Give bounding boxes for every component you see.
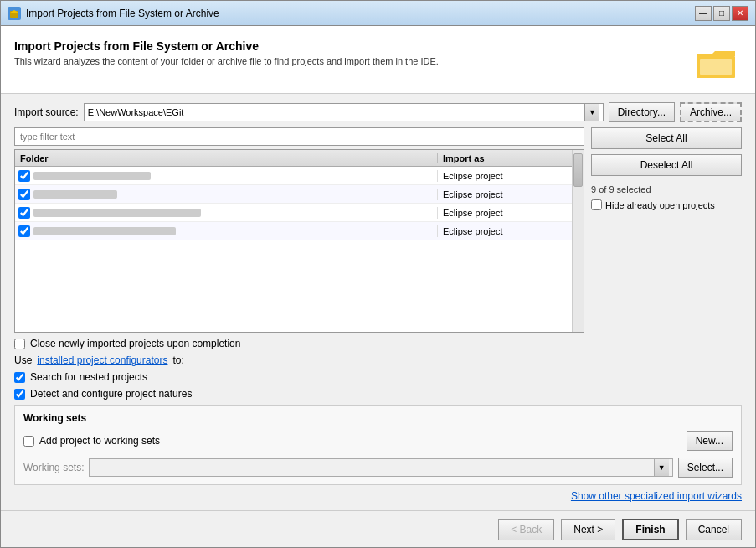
row-checkbox-4[interactable] [18,225,30,237]
filter-input[interactable] [14,127,584,146]
window-title: Import Projects from File System or Arch… [26,8,695,19]
directory-button[interactable]: Directory... [609,102,675,122]
selected-count: 9 of 9 selected [591,184,742,194]
close-on-completion-checkbox[interactable] [14,339,25,349]
options-section: Close newly imported projects upon compl… [14,338,742,400]
row-text-blur-2 [33,190,117,199]
content-area: Import source: ▼ Directory... Archive...… [1,94,755,510]
working-sets-label-row: Working sets: ▼ Select... [23,458,733,478]
right-panel: Select All Deselect All 9 of 9 selected … [591,127,742,333]
table-row: Eclipse project [15,222,572,240]
detect-natures-label: Detect and configure project natures [30,388,192,400]
close-button[interactable]: ✕ [732,6,748,21]
specialized-import-link[interactable]: Show other specialized import wizards [571,487,742,505]
col-header-folder: Folder [15,153,438,163]
row-import-3: Eclipse project [438,208,572,218]
search-nested-label: Search for nested projects [30,371,147,383]
hide-open-label: Hide already open projects [605,200,715,210]
svg-rect-3 [700,59,732,75]
row-folder-4 [15,225,438,237]
footer: < Back Next > Finish Cancel [1,510,755,547]
configurators-link[interactable]: installed project configurators [37,354,167,366]
working-sets-select-button[interactable]: Select... [678,458,733,478]
dialog-description: This wizard analyzes the content of your… [14,56,687,66]
next-button[interactable]: Next > [561,519,615,540]
row-text-blur-1 [33,172,151,180]
table-row: Eclipse project [15,185,572,204]
add-to-working-sets-checkbox[interactable] [23,436,34,447]
row-checkbox-2[interactable] [18,189,30,200]
search-nested-checkbox[interactable] [14,372,25,383]
combo-dropdown-arrow[interactable]: ▼ [584,104,599,121]
working-sets-new-button[interactable]: New... [687,431,733,451]
table-inner: Folder Import as Eclipse project [15,150,572,332]
search-nested-row: Search for nested projects [14,371,742,383]
table-row: Eclipse project [15,204,572,222]
working-sets-combo-arrow[interactable]: ▼ [654,459,669,476]
main-window: Import Projects from File System or Arch… [0,0,756,548]
specialized-link-row: Show other specialized import wizards [14,490,742,502]
detect-natures-row: Detect and configure project natures [14,388,742,400]
working-sets-label: Working sets: [23,462,84,473]
header-icon [695,39,738,83]
import-source-row: Import source: ▼ Directory... Archive... [14,102,742,122]
row-text-blur-3 [33,209,201,217]
deselect-all-button[interactable]: Deselect All [591,154,742,176]
import-source-input[interactable] [88,107,584,117]
window-icon [8,7,21,20]
use-configurators-suffix: to: [172,354,183,366]
detect-natures-checkbox[interactable] [14,389,25,400]
hide-open-checkbox[interactable] [591,199,602,210]
use-configurators-row: Use installed project configurators to: [14,354,742,366]
dialog-title: Import Projects from File System or Arch… [14,39,687,53]
close-on-completion-row: Close newly imported projects upon compl… [14,338,742,349]
minimize-button[interactable]: — [695,6,712,21]
row-checkbox-3[interactable] [18,207,30,219]
row-folder-3 [15,207,438,219]
finish-button[interactable]: Finish [622,519,678,540]
maximize-button[interactable]: □ [713,6,730,21]
table-body: Eclipse project Eclipse project [15,167,572,332]
working-sets-title: Working sets [23,412,733,424]
row-checkbox-1[interactable] [18,170,30,182]
row-import-4: Eclipse project [438,226,572,236]
table-header: Folder Import as [15,150,572,167]
title-bar: Import Projects from File System or Arch… [1,1,755,26]
use-configurators-prefix: Use [14,354,32,366]
scroll-thumb[interactable] [573,153,583,187]
import-source-label: Import source: [14,106,79,118]
table-row: Eclipse project [15,167,572,185]
archive-button[interactable]: Archive... [680,102,742,122]
row-import-1: Eclipse project [438,171,572,181]
add-to-working-sets-row: Add project to working sets New... [23,431,733,451]
close-on-completion-label: Close newly imported projects upon compl… [30,338,240,349]
hide-open-row: Hide already open projects [591,199,742,210]
row-import-2: Eclipse project [438,189,572,199]
working-sets-combo[interactable]: ▼ [89,458,672,477]
import-source-combo[interactable]: ▼ [84,103,604,121]
scroll-track[interactable] [573,150,584,332]
working-sets-section: Working sets Add project to working sets… [14,405,742,485]
project-table: Folder Import as Eclipse project [14,149,584,333]
col-header-import: Import as [438,153,572,163]
header-text: Import Projects from File System or Arch… [14,39,687,66]
main-area: Folder Import as Eclipse project [14,127,742,333]
cancel-button[interactable]: Cancel [686,519,742,540]
select-all-button[interactable]: Select All [591,127,742,149]
row-folder-2 [15,189,438,200]
add-to-working-sets-label: Add project to working sets [39,435,681,447]
header-section: Import Projects from File System or Arch… [1,26,755,94]
row-text-blur-4 [33,227,176,235]
window-controls: — □ ✕ [695,6,748,21]
back-button[interactable]: < Back [498,519,554,540]
left-panel: Folder Import as Eclipse project [14,127,584,333]
scrollbar[interactable] [572,150,584,332]
table-with-scroll: Folder Import as Eclipse project [15,150,584,332]
row-folder-1 [15,170,438,182]
